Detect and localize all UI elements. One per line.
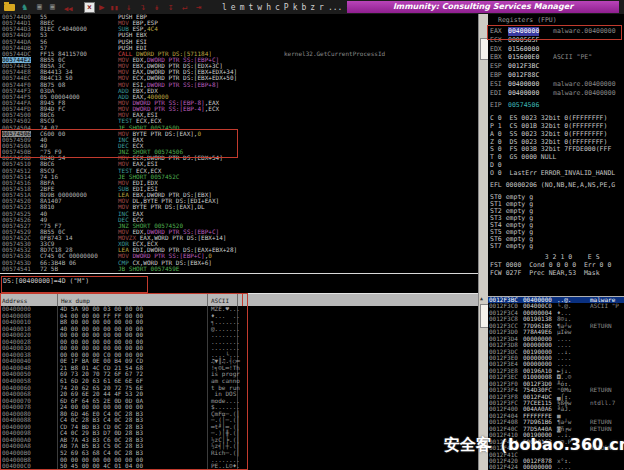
- run-icon[interactable]: ▶: [99, 1, 104, 13]
- stack-value: 00000000: [523, 464, 552, 470]
- toolbar-letter-button[interactable]: m: [240, 3, 245, 12]
- register-value: 0012F88C: [508, 71, 539, 80]
- vertical-scrollbar[interactable]: ▲: [478, 14, 488, 470]
- toolbar-letter-button[interactable]: ...: [328, 3, 342, 12]
- flags-block: C 0 ES 0023 32bit 0(FFFFFFFF)P 1 CS 001B…: [488, 115, 624, 177]
- register-label: ESI: [490, 80, 502, 89]
- register-value: 00400000: [508, 80, 539, 89]
- register-value: 01560000: [508, 45, 539, 54]
- goto-icon[interactable]: ⇥: [196, 1, 201, 13]
- register-label: EBX: [490, 53, 502, 62]
- window-icon[interactable]: ▣: [37, 1, 42, 13]
- pause-icon[interactable]: ▮▮: [110, 2, 118, 14]
- toolbar-letter-button[interactable]: r: [319, 3, 324, 12]
- register-rows: EAX00400000malware.00400000ECX0000565FED…: [488, 27, 624, 97]
- toolbar-letter-buttons: lemtwhcPkbzr...s?: [222, 0, 360, 14]
- efl-line: EFL 00000206 (NO,NB,NE,A,NS,PE,G: [488, 182, 624, 190]
- register-comment: malware.00400000: [553, 27, 616, 36]
- toolbar-letter-button[interactable]: z: [310, 3, 315, 12]
- register-label: EAX: [490, 27, 502, 36]
- trace-over-icon[interactable]: ↧: [168, 1, 173, 13]
- register-row[interactable]: ESP0012F3BC: [488, 62, 624, 71]
- register-value: 00400000: [508, 27, 539, 36]
- register-value: 00400000: [508, 89, 539, 98]
- disasm-row[interactable]: 0057454172 5BJB SHORT 0057459E: [0, 266, 478, 272]
- disassembly-pane[interactable]: 005744D055PUSH EBP005744D18BECMOV EBP,ES…: [0, 14, 478, 273]
- register-row[interactable]: EDI00400000malware.00400000: [488, 89, 624, 98]
- info-pane: DS:[00400000]=4D ("M"): [0, 273, 478, 294]
- window-icon-2[interactable]: ▣: [50, 1, 55, 13]
- register-comment: malware.00400000: [553, 89, 616, 98]
- close-icon[interactable]: ×: [84, 2, 95, 13]
- hex-dump-pane[interactable]: 004000004D 5A 90 00 03 00 00 00MZÉ.♥...0…: [0, 306, 478, 470]
- register-row[interactable]: EAX00400000malware.00400000: [488, 27, 624, 36]
- info-line: DS:[00400000]=4D ("M"): [3, 277, 89, 285]
- step-into-icon[interactable]: ↓: [126, 1, 131, 13]
- flag-line: T 0 GS 0000 NULL: [488, 154, 624, 162]
- register-row[interactable]: EDX01560000: [488, 45, 624, 54]
- toolbar-letter-button[interactable]: l: [222, 3, 227, 12]
- registers-title: Registers (FPU): [488, 14, 624, 27]
- annotation-line: [242, 293, 243, 306]
- register-label: EBP: [490, 71, 502, 80]
- register-row[interactable]: ESI00400000malware.00400000: [488, 80, 624, 89]
- dump-address: 004000C0: [2, 463, 31, 470]
- toolbar-letter-button[interactable]: c: [275, 3, 280, 12]
- flag-line: O 0 LastErr ERROR_INVALID_HANDL: [488, 170, 624, 178]
- registers-pane[interactable]: Registers (FPU) EAX00400000malware.00400…: [488, 14, 624, 296]
- dump-header-ascii: ASCII: [211, 297, 229, 304]
- register-value: 0000565F: [508, 36, 539, 45]
- disasm-instruction: JB SHORT 0057459E: [118, 266, 179, 272]
- fpu-control-block: 3 2 1 0 E SFST 0000 Cond 0 0 0 0 Err 0 0…: [488, 253, 624, 277]
- register-label: ESP: [490, 62, 502, 71]
- register-row[interactable]: ECX0000565F: [488, 36, 624, 45]
- watermark: 安全客（bobao.360.cn）: [444, 435, 624, 456]
- open-folder-icon[interactable]: [4, 4, 15, 11]
- disasm-address: 00574541: [2, 266, 31, 272]
- toolbar: ♞ ▣ ▣ ◀◀ × ▶ ▮▮ ↓ ↴ ↡ ↧ ↵ ⇥ lemtwhcPkbzr…: [0, 0, 624, 14]
- register-label: EDI: [490, 89, 502, 98]
- stack-ascii: ....: [557, 464, 571, 470]
- register-value: 0012F3BC: [508, 62, 539, 71]
- register-label: ECX: [490, 36, 502, 45]
- immunity-debugger-window: ♞ ▣ ▣ ◀◀ × ▶ ▮▮ ↓ ↴ ↡ ↧ ↵ ⇥ lemtwhcPkbzr…: [0, 0, 624, 470]
- fpu-st-block: ST0 empty gST1 empty gST2 empty gST3 emp…: [488, 194, 624, 250]
- toolbar-letter-button[interactable]: P: [284, 3, 289, 12]
- fpu-st-line: ST7 empty g: [488, 243, 624, 250]
- step-over-icon[interactable]: ↴: [140, 1, 145, 13]
- dump-header-hex: Hex dump: [61, 297, 90, 304]
- dump-header: Address Hex dump ASCII: [0, 293, 478, 307]
- attach-process-icon[interactable]: ♞: [22, 1, 27, 13]
- register-value: 015600E0: [508, 53, 539, 62]
- register-label: EIP: [490, 101, 502, 110]
- stack-row[interactable]: 0012F42400000000....: [488, 464, 624, 470]
- register-label: EDX: [490, 45, 502, 54]
- dump-row[interactable]: 004000C050 45 00 00 4C 01 04 00PE..L☺♦.: [0, 463, 478, 470]
- toolbar-letter-button[interactable]: k: [293, 3, 298, 12]
- scroll-up-icon[interactable]: ▲: [480, 295, 483, 301]
- stack-address: 0012F424: [489, 464, 518, 470]
- fpu-control-line: FCW 027F Prec NEAR,53 Mask: [488, 269, 624, 277]
- trace-into-icon[interactable]: ↡: [154, 1, 159, 13]
- register-row[interactable]: EBP0012F88C: [488, 71, 624, 80]
- register-comment: malware.00400000: [553, 80, 616, 89]
- toolbar-letter-button[interactable]: e: [231, 3, 236, 12]
- register-row-eip[interactable]: EIP 00574506: [488, 101, 624, 110]
- dump-ascii: PE..L☺♦.: [211, 463, 240, 470]
- register-value: 00574506: [508, 101, 539, 110]
- fpu-control-line: 3 2 1 0 E S: [488, 253, 624, 261]
- toolbar-letter-button[interactable]: h: [266, 3, 271, 12]
- window-title[interactable]: Immunity: Consulting Services Manager: [347, 1, 619, 13]
- dump-hex: 50 45 00 00 4C 01 04 00: [60, 463, 143, 470]
- fpu-control-line: FST 0000 Cond 0 0 0 0 Err 0 0: [488, 261, 624, 269]
- dump-header-address: Address: [2, 297, 27, 304]
- return-icon[interactable]: ↵: [182, 1, 187, 13]
- toolbar-letter-button[interactable]: t: [248, 3, 253, 12]
- toolbar-letter-button[interactable]: b: [301, 3, 306, 12]
- register-row[interactable]: EBX015600E0ASCII "PE": [488, 53, 624, 62]
- toolbar-letter-button[interactable]: w: [257, 3, 262, 12]
- register-comment: ASCII "PE": [553, 53, 592, 62]
- disasm-bytes: 72 5B: [40, 266, 58, 272]
